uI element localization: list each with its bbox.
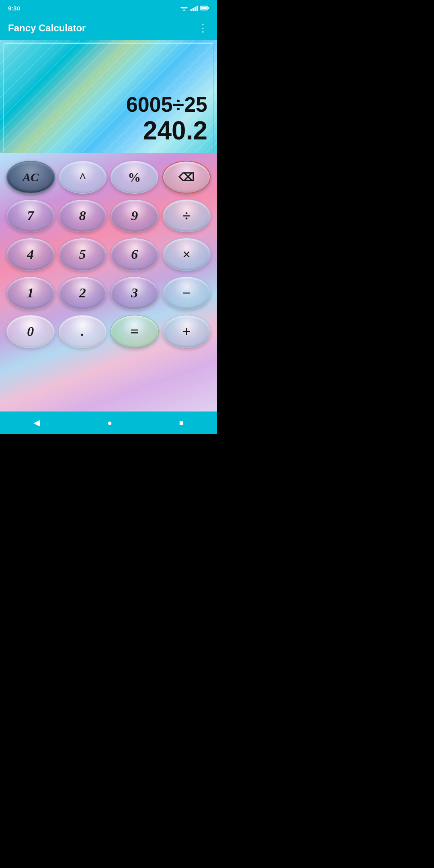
nav-recent-button[interactable] [171,416,192,430]
keypad-row-2: 456× [6,238,211,271]
percent-button[interactable]: % [111,161,158,194]
equals-button[interactable]: = [111,315,159,348]
three-button[interactable]: 3 [111,276,159,309]
keypad-row-0: AC^%⌫ [6,161,211,194]
four-button[interactable]: 4 [6,238,55,271]
nav-home-button[interactable] [99,415,120,431]
signal-icon [190,5,198,11]
decimal-button[interactable]: . [59,315,107,348]
backspace-button[interactable]: ⌫ [162,161,211,194]
keypad-row-1: 789÷ [6,199,211,232]
one-button[interactable]: 1 [6,276,55,309]
divide-button[interactable]: ÷ [163,199,211,232]
display-text: 6005÷25 240.2 [126,93,207,145]
nav-back-button[interactable] [25,414,48,431]
display-expression: 6005÷25 [126,93,207,116]
svg-rect-5 [192,8,194,11]
svg-rect-6 [194,7,196,11]
status-time: 9:30 [8,5,20,12]
wifi-icon [180,5,188,11]
add-button[interactable]: + [163,315,211,348]
menu-button[interactable]: ⋮ [198,22,209,35]
nine-button[interactable]: 9 [111,199,159,232]
status-bar: 9:30 [0,0,217,16]
five-button[interactable]: 5 [59,238,107,271]
multiply-button[interactable]: × [163,238,211,271]
subtract-button[interactable]: − [163,276,211,309]
display-background: 6005÷25 240.2 [0,40,217,153]
battery-icon [200,6,209,10]
zero-button[interactable]: 0 [6,315,55,348]
svg-rect-10 [208,7,209,9]
two-button[interactable]: 2 [59,276,107,309]
svg-rect-9 [201,7,207,10]
svg-rect-7 [197,6,198,11]
status-icons [180,5,209,11]
keypad-area: AC^%⌫789÷456×123−0.=+ [0,153,217,411]
seven-button[interactable]: 7 [6,199,55,232]
six-button[interactable]: 6 [111,238,159,271]
eight-button[interactable]: 8 [59,199,107,232]
display-area: 6005÷25 240.2 [0,40,217,153]
svg-rect-4 [190,9,192,11]
ac-button[interactable]: AC [6,161,55,194]
app-bar: Fancy Calculator ⋮ [0,16,217,40]
keypad-row-4: 0.=+ [6,315,211,348]
display-result: 240.2 [126,117,207,145]
navigation-bar [0,411,217,434]
power-button[interactable]: ^ [59,161,107,194]
app-title: Fancy Calculator [8,23,86,34]
keypad-row-3: 123− [6,276,211,309]
